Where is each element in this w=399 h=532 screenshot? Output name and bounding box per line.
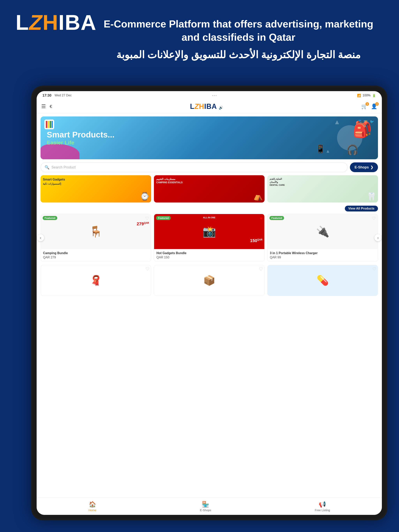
logo-area: LZHIBA: [16, 12, 97, 33]
eshops-chevron: ❯: [370, 165, 373, 169]
profile-badge: 0: [375, 102, 379, 106]
status-dots: [212, 95, 217, 96]
wifi-icon: 📶: [357, 94, 361, 97]
category-cards: Smart Gadgetsإكسسوارات ذكية ⌚ مستلزمات ا…: [40, 175, 378, 203]
search-placeholder: Search Product: [51, 165, 343, 169]
bottom-nav: 🏠 Home 🏪 E-Shops 📢 Free Listing: [37, 497, 382, 515]
hamburger-icon[interactable]: ☰: [41, 103, 46, 109]
product-price-3: QAR 99: [270, 256, 375, 259]
category-image-1: ⌚: [140, 192, 150, 201]
dot3: [216, 95, 217, 96]
banner-product-icon: 🎒: [353, 120, 372, 139]
eshops-nav-icon: 🏪: [202, 501, 209, 508]
product-card-1[interactable]: Featured ♡ 279QAR 🪑 Camping Bundle QAR 2…: [40, 214, 151, 262]
product-card-sm-1[interactable]: ♡ 🧣: [40, 265, 151, 296]
status-right: 📶 100% 🔋: [357, 94, 376, 97]
category-image-2: ⛺: [253, 192, 263, 201]
category-camping[interactable]: مستلزمات التخييمCAMPING ESSENTIALS ⛺: [154, 175, 264, 203]
banner-decoration: [40, 144, 79, 159]
carousel-prev[interactable]: ‹: [37, 234, 44, 241]
category-label-3: العناية بالقدموالأسنانDENTAL CARE: [270, 177, 285, 187]
app-header: ☰ € LZHIBA 🔊 🛒 0 👤 0: [37, 100, 382, 113]
svg-marker-5: [327, 150, 329, 153]
category-image-3: 🦷: [367, 192, 376, 201]
product-image-3: Featured ♡ 🔌: [268, 214, 378, 249]
category-dental[interactable]: العناية بالقدموالأسنانDENTAL CARE 🦷: [267, 175, 378, 203]
product-name-1: Camping Bundle: [43, 251, 149, 255]
products-carousel: ‹ Featured ♡ 279QAR 🪑 Camping Bundl: [40, 214, 378, 262]
header-logo: LZHIBA 🔊: [190, 102, 223, 111]
view-all-row: View All Products: [40, 206, 378, 214]
product-info-1: Camping Bundle QAR 279: [41, 249, 151, 261]
wishlist-sm-2[interactable]: ♡: [259, 266, 263, 272]
nav-eshops[interactable]: 🏪 E-Shops: [200, 501, 211, 512]
product-price-2: QAR 150: [156, 256, 262, 259]
tagline-ar: منصة التجارة الإلكترونية الأحدث للتسويق …: [97, 48, 380, 62]
back-button[interactable]: €: [50, 104, 52, 109]
banner-products: 🎒 🎧 📱: [316, 118, 374, 157]
featured-badge-2: Featured: [156, 216, 171, 220]
product-card-sm-3[interactable]: ♡ 💊: [267, 265, 378, 296]
tablet-screen: 17:30 Wed 27 Dec 📶 100% 🔋 ☰ €: [37, 91, 382, 515]
wishlist-sm-3[interactable]: ♡: [372, 266, 376, 272]
brand-logo: LZHIBA: [16, 12, 97, 33]
cart-badge: 0: [366, 102, 369, 106]
status-bar: 17:30 Wed 27 Dec 📶 100% 🔋: [37, 91, 382, 100]
hero-banner: 📘 📸 🐦 Smart Products... Easier Life 🎒 🎧 …: [40, 116, 378, 159]
battery-text: 100%: [363, 94, 371, 97]
view-all-button[interactable]: View All Products: [345, 206, 378, 211]
wishlist-btn-1[interactable]: ♡: [145, 216, 149, 221]
product-emoji-3: 🔌: [316, 225, 329, 238]
cart-button[interactable]: 🛒 0: [361, 103, 367, 109]
svg-rect-3: [52, 121, 53, 128]
eshops-button[interactable]: E-Shops ❯: [350, 162, 378, 172]
banner-title: Smart Products...: [47, 130, 115, 140]
triangle-deco1: [335, 120, 339, 125]
eshops-label: E-Shops: [354, 165, 369, 169]
product-card-2[interactable]: Featured ♥ 150QAR 📸 ALL-IN-ONE Hot Gadge…: [154, 214, 264, 262]
product-price-1: QAR 279: [43, 256, 149, 259]
status-time: 17:30: [42, 94, 51, 98]
product-info-2: Hot Gadgets Bundle QAR 150: [154, 249, 264, 261]
category-label-1: Smart Gadgetsإكسسوارات ذكية: [43, 177, 65, 186]
wishlist-btn-3[interactable]: ♡: [372, 216, 376, 221]
triangle-deco2: [327, 150, 329, 153]
wishlist-sm-1[interactable]: ♡: [146, 266, 149, 272]
product-sm-emoji-1: 🧣: [90, 275, 102, 286]
product-emoji-2: 📸: [203, 225, 216, 238]
banner-product-icon3: 📱: [316, 144, 325, 153]
product-name-3: 3 in 1 Portable Wireless Charger: [270, 251, 375, 255]
nav-free-listing[interactable]: 📢 Free Listing: [315, 501, 330, 512]
search-icon: 🔍: [45, 165, 50, 170]
home-icon: 🏠: [89, 501, 96, 508]
featured-badge-3: Featured: [270, 216, 284, 220]
product-sm-emoji-3: 💊: [317, 275, 329, 286]
carousel-next[interactable]: ›: [374, 234, 381, 241]
free-listing-icon: 📢: [319, 501, 326, 508]
tagline-area: E-Commerce Platform that offers advertis…: [97, 18, 380, 62]
featured-badge-1: Featured: [43, 216, 57, 220]
dot2: [214, 95, 215, 96]
profile-button[interactable]: 👤 0: [371, 103, 377, 109]
category-section: Smart Gadgetsإكسسوارات ذكية ⌚ مستلزمات ا…: [37, 175, 382, 203]
category-smart-gadgets[interactable]: Smart Gadgetsإكسسوارات ذكية ⌚: [40, 175, 151, 203]
banner-subtitle: Easier Life: [47, 140, 115, 146]
svg-marker-4: [335, 120, 339, 124]
product-card-3[interactable]: Featured ♡ 🔌 3 in 1 Portable Wireless Ch…: [267, 214, 378, 262]
search-area: 🔍 Search Product E-Shops ❯: [37, 162, 382, 172]
free-listing-label: Free Listing: [315, 508, 330, 512]
product-info-3: 3 in 1 Portable Wireless Charger QAR 99: [268, 249, 378, 261]
nav-home[interactable]: 🏠 Home: [89, 501, 96, 512]
tablet-device: 17:30 Wed 27 Dec 📶 100% 🔋 ☰ €: [31, 86, 387, 520]
home-label: Home: [89, 508, 96, 512]
tablet-wrapper: 17:30 Wed 27 Dec 📶 100% 🔋 ☰ €: [31, 86, 387, 520]
dot1: [212, 95, 213, 96]
product-card-sm-2[interactable]: ♡ 📦: [154, 265, 264, 296]
banner-logo: [45, 120, 54, 129]
products-section: View All Products ‹ Featured ♡ 279QAR 🪑: [37, 206, 382, 296]
battery-icon: 🔋: [372, 94, 376, 97]
wishlist-btn-2[interactable]: ♥: [260, 216, 262, 221]
product-emoji-1: 🪑: [89, 225, 103, 238]
tagline-en: E-Commerce Platform that offers advertis…: [97, 18, 380, 44]
search-bar[interactable]: 🔍 Search Product: [40, 162, 348, 172]
